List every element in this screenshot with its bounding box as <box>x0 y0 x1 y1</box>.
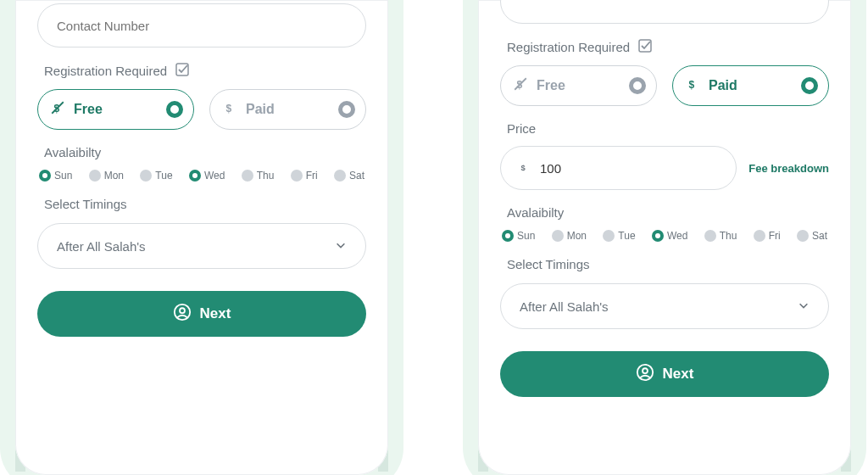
contact-number-field[interactable] <box>37 3 366 48</box>
user-circle-icon <box>173 303 192 326</box>
dollar-icon: $ <box>518 161 530 176</box>
day-label: Mon <box>104 170 124 182</box>
chevron-down-icon <box>335 239 347 254</box>
radio-indicator <box>338 101 355 118</box>
chevron-down-icon <box>798 299 810 314</box>
registration-required-label: Registration Required <box>44 63 366 79</box>
day-radio <box>242 170 253 182</box>
day-radio <box>334 170 346 182</box>
day-fri[interactable]: Fri <box>291 170 318 182</box>
day-label: Thu <box>720 230 737 242</box>
checkbox-icon[interactable] <box>175 63 189 79</box>
day-mon[interactable]: Mon <box>552 230 587 242</box>
day-radio <box>189 170 201 182</box>
svg-point-12 <box>643 368 648 373</box>
svg-point-11 <box>637 364 652 379</box>
day-radio <box>704 230 716 242</box>
day-label: Tue <box>618 230 635 242</box>
day-label: Sat <box>349 170 364 182</box>
price-field[interactable]: $ <box>500 146 737 190</box>
svg-point-5 <box>180 308 185 313</box>
day-radio <box>140 170 152 182</box>
day-tue[interactable]: Tue <box>603 230 635 242</box>
paid-chip-label: Paid <box>246 102 275 117</box>
day-wed[interactable]: Wed <box>652 230 687 242</box>
svg-point-4 <box>174 304 189 319</box>
day-radio <box>89 170 101 182</box>
pricing-option-free[interactable]: $ Free <box>37 89 194 130</box>
availability-label: Avalaibilty <box>44 145 366 159</box>
money-off-icon: $ <box>50 100 65 119</box>
dollar-icon: $ <box>222 100 237 119</box>
svg-text:$: $ <box>521 163 526 171</box>
day-label: Thu <box>257 170 275 182</box>
pricing-option-paid[interactable]: $ Paid <box>672 65 829 106</box>
day-fri[interactable]: Fri <box>754 230 781 242</box>
day-radio <box>652 230 664 242</box>
radio-indicator <box>166 101 183 118</box>
timings-dropdown[interactable]: After All Salah's <box>500 283 829 329</box>
svg-text:$: $ <box>689 79 695 91</box>
day-thu[interactable]: Thu <box>704 230 737 242</box>
day-sat[interactable]: Sat <box>797 230 827 242</box>
pricing-option-free[interactable]: $ Free <box>500 65 657 106</box>
day-label: Wed <box>667 230 687 242</box>
day-radio <box>754 230 765 242</box>
registration-required-label: Registration Required <box>507 39 829 55</box>
pricing-option-paid[interactable]: $ Paid <box>209 89 366 130</box>
day-wed[interactable]: Wed <box>189 170 225 182</box>
contact-number-input[interactable] <box>55 18 348 34</box>
day-mon[interactable]: Mon <box>89 170 124 182</box>
radio-indicator <box>801 77 818 94</box>
price-input[interactable] <box>538 160 719 176</box>
day-sat[interactable]: Sat <box>334 170 364 182</box>
day-thu[interactable]: Thu <box>242 170 275 182</box>
day-radio <box>502 230 514 242</box>
user-circle-icon <box>636 363 654 386</box>
timings-dropdown[interactable]: After All Salah's <box>37 223 366 269</box>
fee-breakdown-link[interactable]: Fee breakdown <box>748 162 829 175</box>
paid-chip-label: Paid <box>709 78 737 93</box>
free-chip-label: Free <box>74 102 103 117</box>
money-off-icon: $ <box>513 76 528 95</box>
timings-value: After All Salah's <box>520 299 609 314</box>
availability-days: SunMonTueWedThuFriSat <box>39 170 364 182</box>
next-button[interactable]: Next <box>500 351 829 397</box>
day-label: Fri <box>306 170 318 182</box>
day-radio <box>603 230 615 242</box>
day-label: Wed <box>204 170 225 182</box>
checkbox-icon[interactable] <box>638 39 652 55</box>
day-sun[interactable]: Sun <box>39 170 72 182</box>
day-label: Sun <box>54 170 72 182</box>
day-label: Mon <box>567 230 587 242</box>
day-label: Sun <box>517 230 535 242</box>
day-tue[interactable]: Tue <box>140 170 172 182</box>
next-button[interactable]: Next <box>37 291 366 337</box>
day-radio <box>797 230 809 242</box>
radio-indicator <box>629 77 646 94</box>
day-radio <box>39 170 51 182</box>
svg-text:$: $ <box>226 103 232 115</box>
day-label: Sat <box>812 230 827 242</box>
availability-days: SunMonTueWedThuFriSat <box>502 230 827 242</box>
availability-label: Avalaibilty <box>507 205 829 220</box>
day-radio <box>291 170 303 182</box>
day-label: Tue <box>155 170 172 182</box>
day-sun[interactable]: Sun <box>502 230 535 242</box>
price-label: Price <box>507 121 829 136</box>
next-button-label: Next <box>663 366 694 383</box>
select-timings-label: Select Timings <box>507 257 829 271</box>
timings-value: After All Salah's <box>57 239 146 254</box>
day-label: Fri <box>769 230 781 242</box>
next-button-label: Next <box>200 305 231 322</box>
dollar-icon: $ <box>685 76 700 95</box>
select-timings-label: Select Timings <box>44 197 366 211</box>
hidden-top-field[interactable] <box>500 0 829 24</box>
free-chip-label: Free <box>537 78 565 93</box>
day-radio <box>552 230 564 242</box>
